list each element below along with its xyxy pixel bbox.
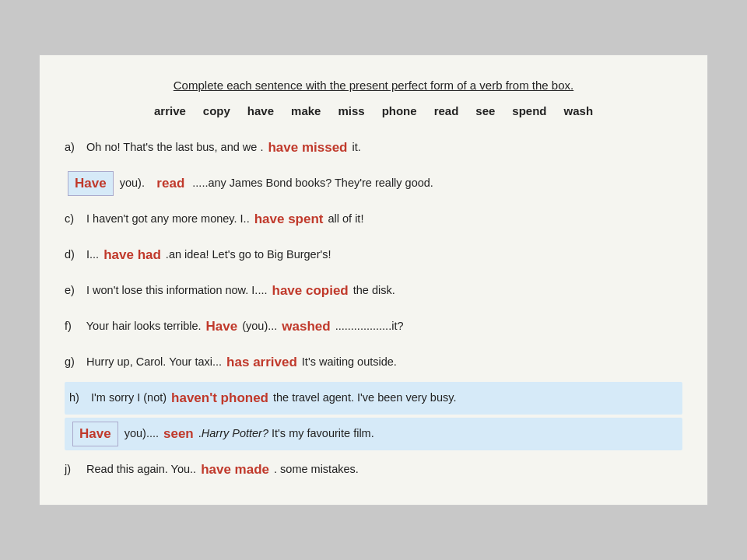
word-spend: spend	[512, 104, 546, 117]
sentence-h: h) I'm sorry I (not) haven't phoned the …	[65, 382, 682, 415]
label-h: h)	[69, 390, 88, 407]
sentence-j-text1: Read this again. You..	[83, 461, 196, 478]
sentence-b-text2: .....any James Bond books? They're reall…	[189, 175, 433, 192]
instruction-text: Complete each sentence with the present …	[65, 77, 682, 93]
sentence-d: d) I... have had .an idea! Let's go to B…	[65, 239, 682, 271]
word-miss: miss	[338, 104, 364, 117]
prefix-f: Have	[206, 317, 238, 337]
label-e: e)	[65, 282, 83, 299]
label-g: g)	[65, 354, 83, 371]
sentence-c-text1: I haven't got any more money. I..	[83, 211, 250, 228]
main-card: Complete each sentence with the present …	[39, 54, 708, 506]
word-arrive: arrive	[154, 104, 186, 117]
answer-h: haven't phoned	[171, 388, 268, 408]
sentence-i-text1: you)....	[121, 425, 159, 443]
sentence-h-text2: the travel agent. I've been very busy.	[273, 390, 456, 407]
word-copy: copy	[203, 104, 230, 117]
word-have: have	[247, 104, 274, 117]
answer-d: have had	[103, 245, 161, 265]
answer-f: washed	[282, 317, 330, 337]
word-see: see	[475, 104, 495, 117]
sentence-a-text1: Oh no! That's the last bus, and we .	[83, 139, 263, 156]
sentence-j-text2: . some mistakes.	[274, 461, 359, 478]
sentence-e-text1: I won't lose this information now. I....	[83, 282, 268, 299]
answer-g: has arrived	[226, 352, 297, 373]
sentence-e: e) I won't lose this information now. I.…	[65, 275, 682, 307]
sentences-container: a) Oh no! That's the last bus, and we . …	[65, 131, 682, 486]
sentence-h-text1: I'm sorry I (not)	[88, 390, 167, 407]
sentence-a-text2: it.	[352, 139, 360, 156]
sentence-i: Have you).... seen .Harry Potter? It's m…	[65, 418, 682, 450]
sentence-b: Have you). read .....any James Bond book…	[65, 167, 682, 200]
answer-c: have spent	[254, 209, 324, 229]
label-c: c)	[65, 211, 83, 228]
answer-j: have made	[201, 460, 269, 480]
sentence-c: c) I haven't got any more money. I.. hav…	[65, 203, 682, 236]
sentence-b-text1: you).	[117, 175, 145, 192]
answer-b-mid: read	[149, 173, 184, 194]
answer-a: have missed	[268, 138, 347, 158]
sentence-c-text2: all of it!	[328, 211, 363, 228]
sentence-e-text2: the disk.	[353, 282, 395, 299]
word-wash: wash	[564, 104, 594, 117]
sentence-a: a) Oh no! That's the last bus, and we . …	[65, 131, 682, 164]
word-make: make	[291, 104, 321, 117]
sentence-g: g) Hurry up, Carol. Your taxi... has arr…	[65, 346, 682, 379]
sentence-i-text2: .Harry Potter? It's my favourite film.	[198, 425, 374, 443]
label-a: a)	[65, 139, 83, 156]
prefix-b: Have	[68, 171, 114, 196]
sentence-j: j) Read this again. You.. have made . so…	[65, 453, 682, 486]
label-f: f)	[65, 318, 83, 335]
answer-i: seen	[163, 424, 194, 444]
sentence-f: f) Your hair looks terrible. Have (you).…	[65, 310, 682, 343]
sentence-d-text2: .an idea! Let's go to Big Burger's!	[166, 247, 331, 264]
sentence-f-text3: ..................it?	[335, 318, 404, 335]
word-read: read	[434, 104, 459, 117]
word-phone: phone	[382, 104, 417, 117]
prefix-i: Have	[72, 422, 118, 446]
sentence-g-text2: It's waiting outside.	[302, 354, 397, 371]
sentence-d-text1: I...	[83, 247, 99, 264]
sentence-f-text2: (you)...	[242, 318, 277, 335]
word-box: arrive copy have make miss phone read se…	[65, 104, 682, 117]
sentence-f-text1: Your hair looks terrible.	[83, 318, 202, 335]
answer-e: have copied	[272, 281, 349, 301]
label-d: d)	[65, 247, 83, 264]
sentence-g-text1: Hurry up, Carol. Your taxi...	[83, 354, 222, 371]
label-j: j)	[65, 461, 83, 478]
